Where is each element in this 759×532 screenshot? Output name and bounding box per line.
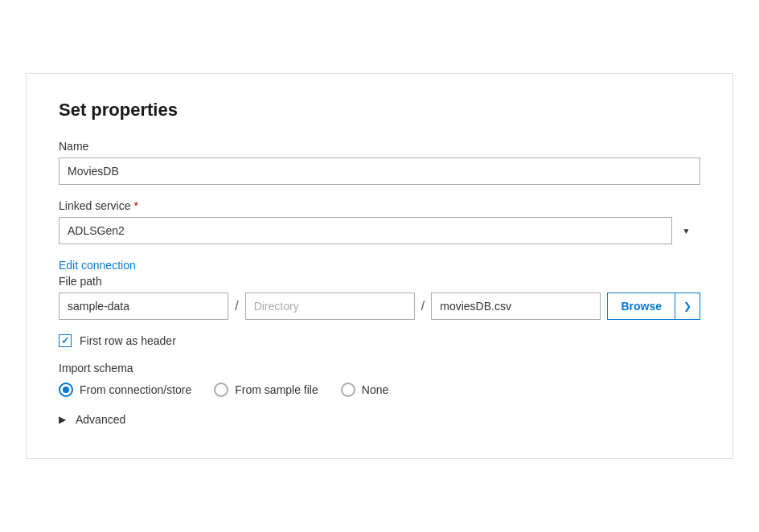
required-star: * xyxy=(134,199,138,212)
file-path-label: File path xyxy=(59,275,700,288)
linked-service-select-wrapper: ADLSGen2 xyxy=(59,217,700,244)
radio-option-connection[interactable]: From connection/store xyxy=(59,383,191,397)
radio-circle-none xyxy=(341,383,355,397)
radio-label-connection: From connection/store xyxy=(80,383,191,396)
browse-button[interactable]: Browse xyxy=(608,293,675,319)
name-label: Name xyxy=(59,140,700,153)
browse-btn-group: Browse ❯ xyxy=(607,293,700,320)
file-path-part1-input[interactable] xyxy=(59,293,228,320)
linked-service-field-group: Linked service * ADLSGen2 xyxy=(59,199,700,244)
import-schema-section: Import schema From connection/store From… xyxy=(59,362,700,397)
edit-connection-link[interactable]: Edit connection xyxy=(59,259,136,272)
radio-circle-sample-file xyxy=(214,383,228,397)
linked-service-select[interactable]: ADLSGen2 xyxy=(59,217,700,244)
panel-title: Set properties xyxy=(59,100,700,121)
linked-service-label: Linked service * xyxy=(59,199,700,212)
radio-label-sample-file: From sample file xyxy=(235,383,318,396)
first-row-header-row: First row as header xyxy=(59,334,700,347)
radio-label-none: None xyxy=(362,383,388,396)
file-path-part3-input[interactable] xyxy=(431,293,601,320)
radio-option-none[interactable]: None xyxy=(341,383,388,397)
file-path-row: / / Browse ❯ xyxy=(59,293,700,320)
name-input[interactable] xyxy=(59,158,700,185)
name-field-group: Name xyxy=(59,140,700,185)
set-properties-panel: Set properties Name Linked service * ADL… xyxy=(26,73,733,459)
file-path-part2-input[interactable] xyxy=(245,293,415,320)
file-path-group: File path / / Browse ❯ xyxy=(59,275,700,320)
path-separator-1: / xyxy=(228,299,244,313)
chevron-down-icon: ❯ xyxy=(683,301,691,312)
radio-option-sample-file[interactable]: From sample file xyxy=(214,383,318,397)
advanced-label: Advanced xyxy=(76,413,125,426)
advanced-expand-icon: ▶ xyxy=(59,414,66,425)
path-separator-2: / xyxy=(415,299,431,313)
first-row-header-checkbox[interactable] xyxy=(59,334,72,347)
radio-circle-connection xyxy=(59,383,73,397)
first-row-header-label: First row as header xyxy=(80,334,176,347)
import-schema-title: Import schema xyxy=(59,362,700,374)
advanced-row[interactable]: ▶ Advanced xyxy=(59,413,700,426)
import-schema-radio-group: From connection/store From sample file N… xyxy=(59,383,700,397)
browse-chevron-button[interactable]: ❯ xyxy=(675,293,700,319)
